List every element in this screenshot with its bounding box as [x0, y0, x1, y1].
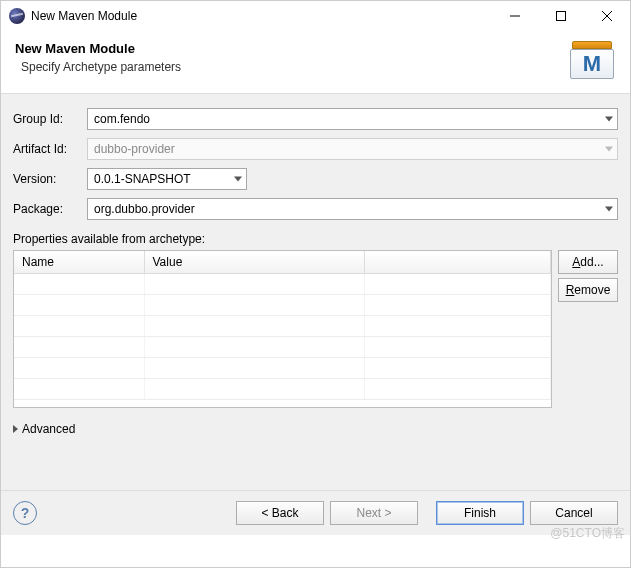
add-button[interactable]: Add... — [558, 250, 618, 274]
page-subtitle: Specify Archetype parameters — [21, 60, 568, 74]
table-row[interactable] — [14, 378, 551, 399]
table-row[interactable] — [14, 336, 551, 357]
artifact-id-label: Artifact Id: — [13, 142, 81, 156]
properties-section-label: Properties available from archetype: — [13, 232, 618, 246]
minimize-button[interactable] — [492, 1, 538, 31]
table-row[interactable] — [14, 294, 551, 315]
next-button: Next > — [330, 501, 418, 525]
svg-rect-1 — [557, 12, 566, 21]
back-button[interactable]: < Back — [236, 501, 324, 525]
version-label: Version: — [13, 172, 81, 186]
maven-icon: M — [568, 41, 616, 81]
table-row[interactable] — [14, 357, 551, 378]
group-id-label: Group Id: — [13, 112, 81, 126]
page-title: New Maven Module — [15, 41, 568, 56]
eclipse-icon — [9, 8, 25, 24]
cancel-button[interactable]: Cancel — [530, 501, 618, 525]
advanced-toggle[interactable]: Advanced — [13, 422, 618, 436]
wizard-header: New Maven Module Specify Archetype param… — [1, 31, 630, 94]
table-row[interactable] — [14, 315, 551, 336]
version-field[interactable]: 0.0.1-SNAPSHOT — [87, 168, 247, 190]
remove-button[interactable]: Remove — [558, 278, 618, 302]
title-bar: New Maven Module — [1, 1, 630, 31]
column-spacer — [364, 251, 551, 273]
chevron-down-icon — [605, 147, 613, 152]
wizard-button-bar: ? < Back Next > Finish Cancel — [1, 490, 630, 535]
wizard-content: Group Id: com.fendo Artifact Id: dubbo-p… — [1, 94, 630, 446]
chevron-down-icon — [605, 207, 613, 212]
column-name[interactable]: Name — [14, 251, 144, 273]
close-button[interactable] — [584, 1, 630, 31]
finish-button[interactable]: Finish — [436, 501, 524, 525]
artifact-id-field: dubbo-provider — [87, 138, 618, 160]
expand-icon — [13, 425, 18, 433]
chevron-down-icon — [605, 117, 613, 122]
maximize-button[interactable] — [538, 1, 584, 31]
chevron-down-icon — [234, 177, 242, 182]
package-field[interactable]: org.dubbo.provider — [87, 198, 618, 220]
help-button[interactable]: ? — [13, 501, 37, 525]
table-row[interactable] — [14, 273, 551, 294]
column-value[interactable]: Value — [144, 251, 364, 273]
properties-table[interactable]: Name Value — [13, 250, 552, 408]
group-id-field[interactable]: com.fendo — [87, 108, 618, 130]
package-label: Package: — [13, 202, 81, 216]
window-title: New Maven Module — [31, 9, 137, 23]
